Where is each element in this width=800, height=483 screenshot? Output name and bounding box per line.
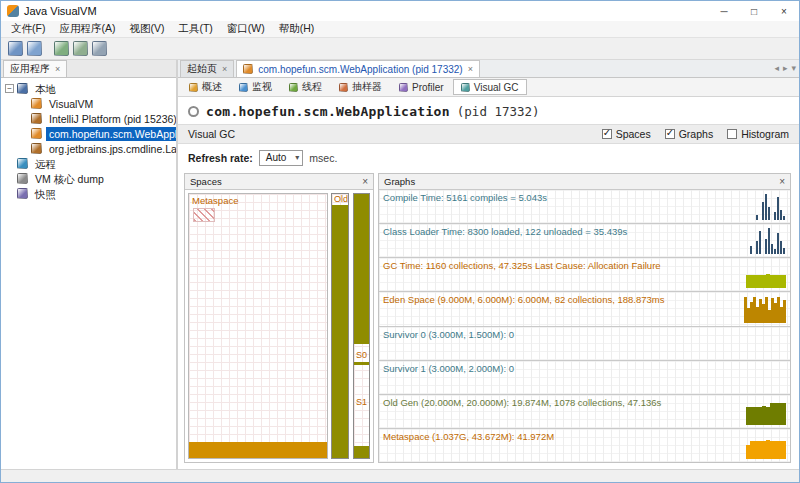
close-icon[interactable]: × — [779, 177, 785, 187]
graph-row: Class Loader Time: 8300 loaded, 122 unlo… — [379, 224, 790, 258]
snapshot-icon — [17, 188, 28, 199]
checkbox-label: Histogram — [741, 128, 789, 140]
window-controls: ─ □ × — [709, 1, 799, 21]
tab-抽样器[interactable]: 抽样器 — [331, 79, 390, 95]
tab-profiler[interactable]: Profiler — [391, 79, 452, 95]
refresh-rate-unit: msec. — [309, 152, 337, 164]
tab-线程[interactable]: 线程 — [281, 79, 330, 95]
chart-bar — [771, 244, 773, 254]
doc-tab[interactable]: com.hopefun.scm.WebApplication (pid 1733… — [236, 60, 480, 77]
window-title: Java VisualVM — [24, 5, 97, 17]
visualgc-panels: Spaces × Metaspace Old — [178, 171, 799, 469]
tree-item-label: org.jetbrains.jps.cmdline.Launcher (pid … — [46, 142, 176, 156]
chart-bar — [756, 215, 758, 220]
tree-row[interactable]: VM 核心 dump — [1, 171, 176, 186]
tree-row[interactable]: VisualVM — [1, 96, 176, 111]
menu-item[interactable]: 帮助(H) — [272, 22, 322, 36]
sampler-icon — [339, 83, 348, 92]
old-space-label: Old — [334, 194, 348, 204]
tree-item-label: VM 核心 dump — [32, 172, 107, 186]
menu-item[interactable]: 视图(V) — [122, 22, 171, 36]
profiler-icon — [399, 83, 408, 92]
tree-item-label: VisualVM — [46, 97, 96, 111]
menu-item[interactable]: 窗口(W) — [220, 22, 272, 36]
checkbox-graphs[interactable]: Graphs — [665, 128, 713, 140]
applications-sidebar: 应用程序 × −本地VisualVMIntelliJ Platform (pid… — [1, 60, 178, 469]
heap-dump-icon[interactable] — [73, 41, 88, 56]
young-gen-space: S0 S1 — [353, 193, 370, 459]
scroll-tabs-right-icon[interactable]: ▸ — [783, 63, 788, 73]
subtab-label: Profiler — [412, 82, 444, 93]
graph-row: Survivor 1 (3.000M, 2.000M): 0 — [379, 361, 790, 395]
close-icon[interactable]: × — [769, 1, 799, 21]
close-icon[interactable]: × — [362, 177, 368, 187]
overview-icon — [189, 83, 198, 92]
subtab-label: Visual GC — [474, 82, 519, 93]
tree-row[interactable]: IntelliJ Platform (pid 15236) — [1, 111, 176, 126]
doc-tab[interactable]: 起始页× — [180, 60, 234, 77]
threads-icon — [289, 83, 298, 92]
graph-mini-chart — [744, 297, 786, 323]
tab-visual-gc[interactable]: Visual GC — [453, 79, 527, 95]
tree-item-label: com.hopefun.scm.WebApplication (pid 1733… — [46, 127, 176, 141]
subtab-label: 概述 — [202, 80, 222, 94]
java-app-icon — [31, 128, 42, 139]
thread-dump-icon[interactable] — [54, 41, 69, 56]
application-name: com.hopefun.scm.WebApplication — [206, 104, 450, 119]
chart-bar — [774, 212, 776, 220]
scroll-tabs-left-icon[interactable]: ◂ — [774, 63, 779, 73]
metaspace-used-bar — [189, 442, 327, 458]
tree-row[interactable]: 快照 — [1, 186, 176, 201]
tree-row[interactable]: org.jetbrains.jps.cmdline.Launcher (pid … — [1, 141, 176, 156]
minimize-icon[interactable]: ─ — [709, 1, 739, 21]
graph-row: Eden Space (9.000M, 6.000M): 6.000M, 82 … — [379, 292, 790, 326]
java-app-icon — [31, 98, 42, 109]
eden-used-bar — [354, 194, 369, 344]
main-area: 应用程序 × −本地VisualVMIntelliJ Platform (pid… — [1, 60, 799, 469]
open-snapshot-icon[interactable] — [8, 41, 23, 56]
refresh-rate-select[interactable]: Auto — [259, 150, 304, 166]
application-pid: (pid 17332) — [457, 104, 540, 119]
checkbox-histogram[interactable]: Histogram — [727, 128, 789, 140]
tree-row[interactable]: com.hopefun.scm.WebApplication (pid 1733… — [1, 126, 176, 141]
menu-item[interactable]: 文件(F) — [4, 22, 52, 36]
tree-row[interactable]: −本地 — [1, 81, 176, 96]
status-bar — [1, 469, 799, 482]
chart-bar — [780, 210, 782, 220]
close-icon[interactable]: × — [55, 65, 60, 74]
menu-item[interactable]: 工具(T) — [171, 22, 219, 36]
tree-row[interactable]: 远程 — [1, 156, 176, 171]
graphs-panel-body: Compile Time: 5161 compiles = 5.043sClas… — [379, 190, 790, 462]
checkbox-label: Graphs — [679, 128, 713, 140]
old-used-bar — [332, 205, 348, 458]
tab-applications[interactable]: 应用程序 × — [3, 60, 67, 77]
visualgc-page: com.hopefun.scm.WebApplication (pid 1733… — [178, 97, 799, 469]
save-snapshot-icon[interactable] — [27, 41, 42, 56]
close-tab-icon[interactable]: × — [222, 65, 227, 74]
s1-space-label: S1 — [356, 397, 367, 407]
graph-row: GC Time: 1160 collections, 47.325s Last … — [379, 258, 790, 292]
tab-list-icon[interactable]: ▾ — [791, 63, 796, 73]
checkbox-spaces[interactable]: Spaces — [602, 128, 651, 140]
chart-bar — [768, 228, 770, 254]
tab-概述[interactable]: 概述 — [181, 79, 230, 95]
metaspace-uncommitted-hatch — [193, 208, 215, 222]
view-tab-bar: 概述监视线程抽样器ProfilerVisual GC — [178, 78, 799, 97]
sidebar-tab-bar: 应用程序 × — [1, 60, 176, 78]
metaspace-space-label: Metaspace — [192, 195, 238, 206]
tree-item-label: IntelliJ Platform (pid 15236) — [46, 112, 176, 126]
tree-expand-handle-icon[interactable]: − — [5, 84, 14, 93]
menu-item[interactable]: 应用程序(A) — [52, 22, 122, 36]
chart-bar — [762, 202, 764, 220]
chart-bar — [782, 403, 786, 425]
profiler-snapshot-icon[interactable] — [92, 41, 107, 56]
close-tab-icon[interactable]: × — [468, 65, 473, 74]
tree-item-label: 快照 — [32, 187, 59, 201]
page-heading: com.hopefun.scm.WebApplication (pid 1733… — [178, 97, 799, 124]
coredump-icon — [17, 173, 28, 184]
doc-tab-label: com.hopefun.scm.WebApplication (pid 1733… — [258, 64, 462, 75]
subtab-label: 线程 — [302, 80, 322, 94]
tab-监视[interactable]: 监视 — [231, 79, 280, 95]
maximize-icon[interactable]: □ — [739, 1, 769, 21]
tabbar-controls: ◂ ▸ ▾ — [774, 63, 796, 73]
